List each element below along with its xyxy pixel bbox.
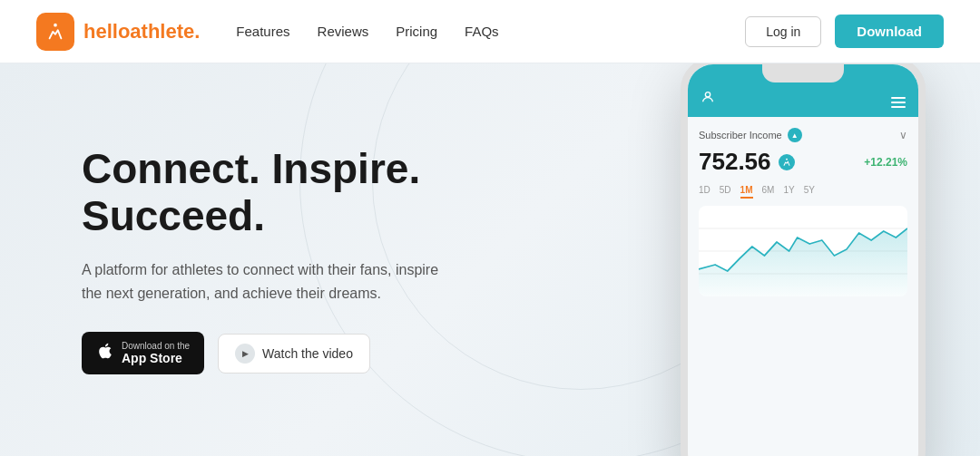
appstore-button[interactable]: Download on the App Store bbox=[82, 332, 204, 374]
nav-faqs[interactable]: FAQs bbox=[465, 24, 499, 39]
hero-section: Connect. Inspire. Succeed. A platform fo… bbox=[0, 63, 980, 456]
logo-text: helloathlete. bbox=[83, 20, 200, 44]
login-button[interactable]: Log in bbox=[745, 16, 821, 47]
navbar: helloathlete. Features Reviews Pricing F… bbox=[0, 0, 980, 63]
appstore-text: Download on the App Store bbox=[122, 341, 190, 365]
hero-title: Connect. Inspire. Succeed. bbox=[82, 145, 508, 241]
logo-icon bbox=[36, 13, 74, 51]
phone-body: Subscriber Income ▲ ∨ 752.56 +12.21% bbox=[688, 117, 918, 456]
phone-section-badge: ▲ bbox=[788, 128, 802, 142]
subscriber-income-chart bbox=[699, 206, 907, 296]
phone-notch bbox=[762, 64, 844, 82]
nav-links: Features Reviews Pricing FAQs bbox=[236, 24, 498, 39]
hero-subtitle: A platform for athletes to connect with … bbox=[82, 258, 445, 305]
phone-screen: Subscriber Income ▲ ∨ 752.56 +12.21% bbox=[688, 64, 918, 456]
download-button[interactable]: Download bbox=[835, 15, 944, 48]
navbar-left: helloathlete. Features Reviews Pricing F… bbox=[36, 13, 499, 51]
phone-chart-tabs: 1D 5D 1M 6M 1Y 5Y bbox=[699, 185, 907, 199]
tab-5y[interactable]: 5Y bbox=[804, 185, 815, 199]
nav-reviews[interactable]: Reviews bbox=[318, 24, 369, 39]
nav-features[interactable]: Features bbox=[236, 24, 289, 39]
svg-point-0 bbox=[705, 92, 710, 97]
tab-1d[interactable]: 1D bbox=[699, 185, 710, 199]
phone-chevron-icon: ∨ bbox=[899, 129, 907, 141]
phone-section-title-row: Subscriber Income ▲ bbox=[699, 128, 802, 142]
phone-section-label: Subscriber Income ▲ ∨ bbox=[699, 128, 907, 142]
tab-1m[interactable]: 1M bbox=[740, 185, 753, 199]
phone-user-icon bbox=[701, 90, 715, 108]
hero-buttons: Download on the App Store ▶ Watch the vi… bbox=[82, 332, 508, 374]
phone-value-row: 752.56 +12.21% bbox=[699, 148, 907, 176]
navbar-right: Log in Download bbox=[745, 15, 944, 48]
phone-menu-icon bbox=[891, 97, 906, 108]
phone-section-title: Subscriber Income bbox=[699, 130, 782, 141]
appstore-small: Download on the bbox=[122, 341, 190, 351]
appstore-big: App Store bbox=[122, 351, 190, 365]
tab-1y[interactable]: 1Y bbox=[783, 185, 794, 199]
watch-video-button[interactable]: ▶ Watch the video bbox=[218, 334, 370, 374]
play-icon: ▶ bbox=[235, 344, 255, 364]
logo[interactable]: helloathlete. bbox=[36, 13, 200, 51]
phone-frame: Subscriber Income ▲ ∨ 752.56 +12.21% bbox=[681, 63, 926, 456]
tab-6m[interactable]: 6M bbox=[762, 185, 775, 199]
phone-value: 752.56 bbox=[699, 148, 771, 176]
phone-value-badge bbox=[779, 154, 795, 170]
nav-pricing[interactable]: Pricing bbox=[396, 24, 437, 39]
phone-mockup: Subscriber Income ▲ ∨ 752.56 +12.21% bbox=[681, 63, 926, 456]
hero-content: Connect. Inspire. Succeed. A platform fo… bbox=[0, 145, 508, 375]
tab-5d[interactable]: 5D bbox=[720, 185, 731, 199]
phone-change: +12.21% bbox=[864, 156, 907, 169]
apple-icon bbox=[96, 342, 114, 365]
watch-label: Watch the video bbox=[262, 346, 353, 361]
